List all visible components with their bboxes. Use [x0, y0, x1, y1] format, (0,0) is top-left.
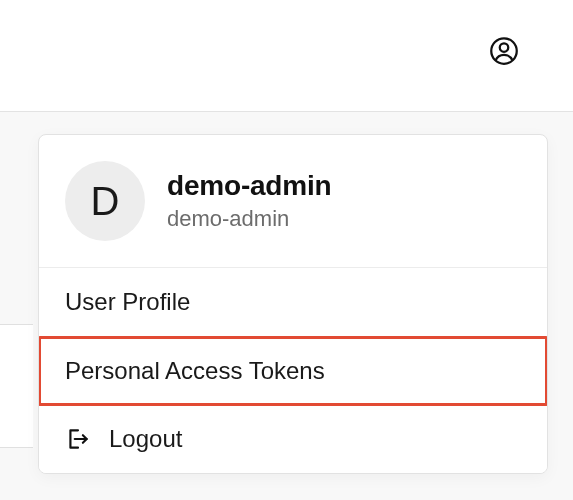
avatar-initial: D	[91, 179, 120, 224]
menu-item-logout[interactable]: Logout	[39, 405, 547, 473]
user-dropdown-menu: D demo-admin demo-admin User Profile Per…	[38, 134, 548, 474]
user-circle-icon	[489, 36, 519, 69]
logout-icon	[65, 426, 91, 452]
menu-item-label: User Profile	[65, 288, 190, 316]
user-display-name: demo-admin	[167, 170, 331, 202]
menu-item-personal-access-tokens[interactable]: Personal Access Tokens	[38, 336, 548, 406]
background-panel	[0, 324, 33, 448]
user-menu-button[interactable]	[488, 36, 520, 68]
dropdown-header: D demo-admin demo-admin	[39, 135, 547, 268]
menu-item-user-profile[interactable]: User Profile	[39, 268, 547, 337]
svg-point-1	[500, 43, 509, 52]
menu-item-label: Personal Access Tokens	[65, 357, 325, 385]
user-info: demo-admin demo-admin	[167, 170, 331, 232]
app-header	[0, 0, 573, 112]
user-username: demo-admin	[167, 206, 331, 232]
menu-item-label: Logout	[109, 425, 182, 453]
avatar: D	[65, 161, 145, 241]
